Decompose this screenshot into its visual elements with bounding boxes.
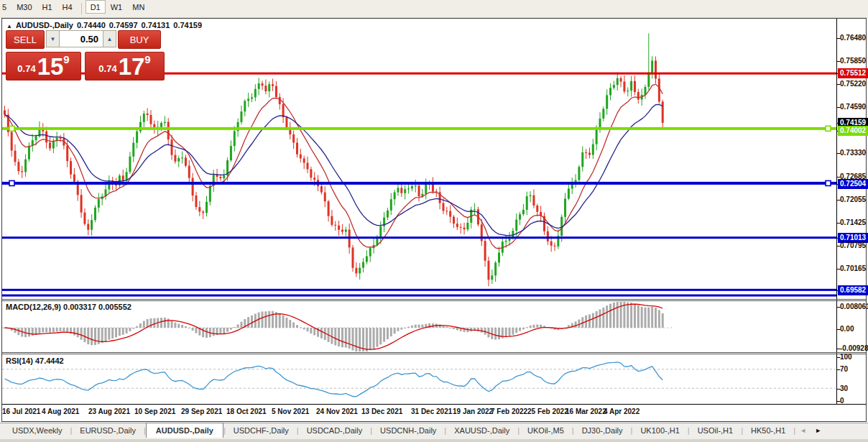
tab-eurusd-daily[interactable]: EURUSD-,Daily (72, 423, 144, 437)
tab-dj30-daily[interactable]: DJ30-,Daily (574, 423, 631, 437)
rsi-tick-label: 0 (840, 397, 844, 405)
price-level-label-0.75512: 0.75512 (838, 68, 868, 78)
tab-usdchf-daily[interactable]: USDCHF-,Daily (226, 423, 297, 437)
date-tick-label: 4 Aug 2021 (42, 408, 79, 415)
price-tick-label: 0.70165 (840, 264, 866, 273)
rsi-tick-label: 30 (840, 385, 848, 393)
tab-audusd-daily[interactable]: AUDUSD-,Daily (146, 423, 223, 438)
macd-indicator-label: MACD(12,26,9) 0.003317 0.005552 (6, 303, 131, 311)
date-tick-label: 19 Jan 2022 (453, 408, 493, 415)
sell-price-display[interactable]: 0.74 15 9 (6, 52, 81, 80)
date-tick-label: 5 Nov 2021 (272, 408, 309, 415)
chart-symbol-label: AUDUSD-,Daily (16, 21, 73, 29)
tab-usdx-weekly[interactable]: USDX,Weekly (4, 423, 70, 437)
rsi-indicator-label: RSI(14) 47.4442 (6, 356, 64, 365)
ohlc-high: 0.74597 (109, 21, 138, 29)
date-tick-label: 10 Sep 2021 (134, 408, 175, 415)
price-level-label-0.69582: 0.69582 (838, 285, 868, 295)
sell-button[interactable]: SELL (6, 30, 45, 49)
mt4-terminal-window: 5M30H1H4D1W1MN ▲AUDUSD-,Daily0.744400.74… (0, 0, 868, 442)
collapse-panel-icon[interactable]: ▲ (6, 23, 12, 29)
buy-price-big: 17 (119, 54, 145, 80)
sell-price-pip: 9 (63, 55, 69, 65)
status-strip (0, 439, 868, 442)
price-tick-label: 0.75220 (840, 80, 866, 88)
buy-price-display[interactable]: 0.74 17 9 (85, 52, 165, 80)
volume-increase-button[interactable]: ▲ (103, 30, 116, 47)
rsi-tick-label: 100 (840, 353, 852, 362)
macd-tick-label: -0.009288 (840, 344, 868, 353)
chart-title: ▲AUDUSD-,Daily0.744400.745970.741310.741… (6, 21, 202, 29)
date-tick-label: 31 Dec 2021 (411, 408, 452, 415)
buy-price-base: 0.74 (98, 58, 116, 80)
date-tick-label: 29 Sep 2021 (181, 408, 222, 415)
price-level-label-0.72504: 0.72504 (838, 179, 868, 189)
date-tick-label: 13 Dec 2021 (361, 408, 402, 415)
chevron-up-icon: ▲ (107, 36, 113, 42)
tab-scroll-left-icon[interactable]: ◄ (795, 423, 811, 434)
symbol-tab-bar: USDX,Weekly|EURUSD-,Daily|AUDUSD-,Daily|… (0, 423, 868, 440)
one-click-trade-panel: SELL ▼ ▲ BUY 0.74 15 9 0.74 17 9 (6, 30, 165, 80)
tab-ukoil-m5[interactable]: UKOil-,M5 (520, 423, 572, 437)
tab-usdcad-daily[interactable]: USDCAD-,Daily (299, 423, 371, 437)
ohlc-close: 0.74159 (173, 21, 202, 29)
price-tick-label: 0.70795 (840, 241, 866, 250)
price-tick-label: 0.71425 (840, 218, 866, 227)
tab-usoil-h1[interactable]: USOil-,H1 (690, 423, 742, 437)
sell-price-base: 0.74 (17, 58, 35, 80)
price-tick-label: 0.75850 (840, 57, 866, 65)
volume-decrease-button[interactable]: ▼ (46, 30, 60, 47)
tab-scroll-right-icon[interactable]: ► (811, 423, 826, 434)
macd-tick-label: 0.008061 (840, 303, 868, 311)
ohlc-low: 0.74131 (142, 21, 170, 29)
buy-button[interactable]: BUY (118, 30, 161, 49)
tab-hk50-h1[interactable]: HK50-,H1 (743, 423, 793, 437)
date-tick-label: 24 Nov 2021 (316, 408, 358, 415)
tab-usdcnh-daily[interactable]: USDCNH-,Daily (372, 423, 444, 437)
price-tick-label: 0.76480 (840, 34, 866, 42)
date-tick-label: 16 Jul 2021 (2, 408, 40, 415)
date-tick-label: 18 Oct 2021 (226, 408, 267, 415)
price-tick-label: 0.73330 (840, 149, 866, 157)
tab-xauusd-daily[interactable]: XAUUSD-,Daily (446, 423, 517, 437)
date-tick-label: 7 Feb 2022 (491, 408, 527, 415)
volume-input[interactable] (60, 30, 103, 47)
date-tick-label: 16 Mar 2022 (565, 408, 606, 415)
date-tick-label: 23 Aug 2021 (88, 408, 130, 415)
price-tick-label: 0.72055 (840, 195, 866, 204)
price-level-label-0.74002: 0.74002 (838, 126, 868, 136)
tab-uk100-h1[interactable]: UK100-,H1 (632, 423, 687, 437)
chevron-down-icon: ▼ (50, 36, 56, 42)
price-tick-label: 0.74590 (840, 103, 866, 111)
rsi-tick-label: 70 (840, 365, 848, 374)
macd-tick-label: 0.00 (840, 325, 854, 333)
buy-price-pip: 9 (144, 55, 150, 65)
date-tick-label: 25 Feb 2022 (527, 408, 568, 415)
sell-price-big: 15 (37, 54, 64, 80)
ohlc-open: 0.74440 (77, 21, 106, 29)
date-tick-label: 4 Apr 2022 (604, 408, 640, 415)
